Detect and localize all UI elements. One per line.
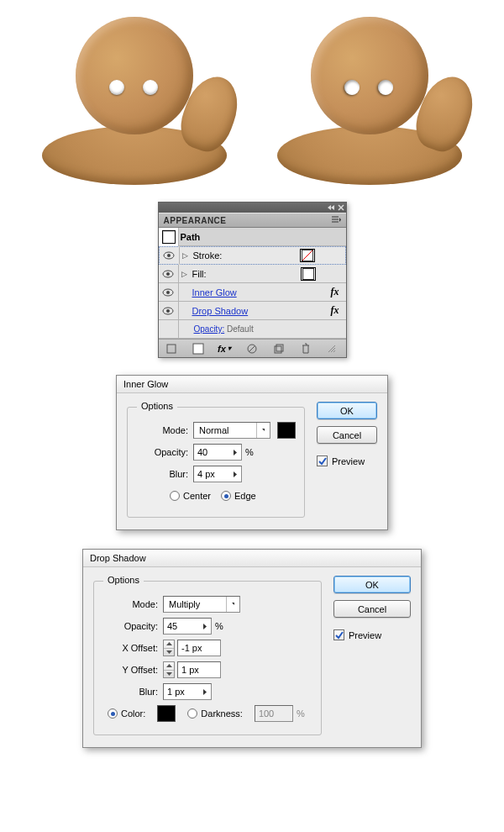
chevron-right-icon (234, 450, 238, 455)
dialog-title: Drop Shadow (83, 550, 421, 567)
glow-color-swatch[interactable] (277, 422, 296, 439)
fill-swatch[interactable] (301, 267, 316, 281)
mode-value: Multiply (164, 599, 226, 609)
opacity-label: Opacity: (136, 447, 188, 457)
svg-point-1 (167, 254, 171, 257)
yoffset-stepper[interactable] (163, 661, 175, 678)
opacity-input[interactable]: 45 (163, 618, 212, 635)
shadow-color-swatch[interactable] (157, 705, 176, 722)
clear-icon[interactable] (244, 342, 260, 355)
opacity-unit: % (215, 621, 223, 631)
blur-label: Blur: (102, 687, 158, 697)
mode-label: Mode: (102, 599, 158, 609)
yoffset-value: 1 px (181, 665, 199, 675)
chevron-down-icon (256, 423, 270, 438)
svg-rect-11 (275, 346, 281, 353)
xoffset-stepper[interactable] (163, 640, 175, 656)
eye-icon (163, 251, 175, 260)
cancel-button[interactable]: Cancel (317, 426, 377, 444)
svg-point-3 (166, 272, 170, 276)
gingerbread-preview (17, 8, 487, 185)
blur-value: 1 px (167, 687, 185, 697)
chevron-right-icon (203, 689, 207, 695)
mode-select[interactable]: Multiply (163, 596, 240, 613)
appearance-footer: fx▾ (159, 339, 346, 357)
appearance-fill-row[interactable]: ▷ Fill: (159, 265, 346, 283)
mode-label: Mode: (136, 425, 188, 435)
appearance-opacity-row[interactable]: Opacity: Default (159, 320, 346, 339)
stroke-swatch-icon[interactable] (191, 342, 206, 355)
new-art-icon[interactable] (164, 342, 179, 355)
color-radio[interactable]: Color: (108, 708, 145, 719)
chevron-down-icon (226, 597, 239, 612)
resizer-icon[interactable] (324, 342, 339, 355)
duplicate-icon[interactable] (271, 342, 286, 355)
drop-shadow-link[interactable]: Drop Shadow (192, 306, 249, 316)
edge-radio[interactable]: Edge (221, 491, 256, 501)
center-radio[interactable]: Center (170, 491, 211, 501)
eye-icon (162, 288, 174, 297)
xoffset-input[interactable]: -1 px (177, 640, 221, 656)
svg-rect-8 (167, 345, 176, 353)
fill-label: Fill: (192, 269, 207, 279)
preview-checkbox[interactable]: Preview (333, 629, 411, 640)
opacity-label[interactable]: Opacity: (194, 324, 225, 334)
close-icon[interactable] (338, 204, 344, 211)
svg-rect-12 (276, 345, 283, 351)
yoffset-input[interactable]: 1 px (177, 661, 221, 678)
blur-input[interactable]: 4 px (193, 466, 242, 482)
chevron-right-icon (203, 624, 207, 629)
preview-label: Preview (349, 630, 381, 640)
mode-value: Normal (194, 425, 256, 435)
panel-title: APPEARANCE (164, 216, 227, 225)
blur-value: 4 px (197, 469, 215, 479)
appearance-path-row[interactable]: Path (159, 228, 346, 246)
stroke-label: Stroke: (193, 250, 223, 261)
mode-select[interactable]: Normal (193, 422, 270, 439)
drop-shadow-dialog: Drop Shadow Options Mode: Multiply Opaci… (82, 549, 422, 748)
darkness-input: 100 (255, 705, 293, 722)
ok-button[interactable]: OK (333, 576, 411, 593)
opacity-label: Opacity: (102, 621, 158, 631)
opacity-value: Default (227, 324, 254, 334)
inner-glow-link[interactable]: Inner Glow (192, 287, 237, 298)
disclosure-icon[interactable]: ▷ (180, 246, 192, 265)
xoffset-label: X Offset: (102, 643, 158, 653)
collapse-icon[interactable] (328, 205, 334, 210)
preview-label: Preview (332, 456, 365, 466)
yoffset-label: Y Offset: (102, 665, 158, 675)
options-legend: Options (103, 575, 144, 585)
check-icon (335, 631, 344, 640)
svg-point-7 (166, 309, 170, 313)
blur-input[interactable]: 1 px (163, 683, 212, 700)
opacity-input[interactable]: 40 (193, 444, 242, 461)
inner-glow-dialog: Inner Glow Options Mode: Normal Opacity:… (116, 375, 388, 530)
svg-rect-9 (193, 344, 203, 354)
appearance-inner-glow-row[interactable]: Inner Glow fx (159, 283, 346, 302)
eye-icon (162, 307, 174, 315)
appearance-drop-shadow-row[interactable]: Drop Shadow fx (159, 302, 346, 320)
preview-checkbox[interactable]: Preview (317, 455, 377, 466)
appearance-stroke-row[interactable]: ▷ Stroke: (159, 246, 346, 265)
check-icon (318, 457, 327, 466)
dialog-title: Inner Glow (117, 376, 387, 393)
cancel-button[interactable]: Cancel (333, 600, 411, 618)
blur-label: Blur: (136, 469, 188, 479)
trash-icon[interactable] (298, 342, 313, 355)
path-label: Path (179, 232, 346, 242)
fx-icon[interactable]: fx (324, 286, 346, 298)
stroke-swatch[interactable] (300, 249, 315, 262)
fx-add-icon[interactable]: fx▾ (218, 342, 233, 355)
xoffset-value: -1 px (181, 643, 202, 653)
panel-menu-icon[interactable] (332, 216, 341, 225)
opacity-value: 45 (167, 621, 177, 631)
ok-button[interactable]: OK (317, 402, 377, 419)
darkness-radio[interactable]: Darkness: (187, 708, 243, 719)
options-legend: Options (137, 401, 177, 411)
eye-icon (162, 270, 174, 278)
disclosure-icon[interactable]: ▷ (179, 265, 191, 283)
opacity-unit: % (245, 447, 254, 457)
svg-point-5 (166, 291, 170, 294)
fx-icon[interactable]: fx (324, 304, 346, 317)
opacity-value: 40 (197, 447, 207, 457)
